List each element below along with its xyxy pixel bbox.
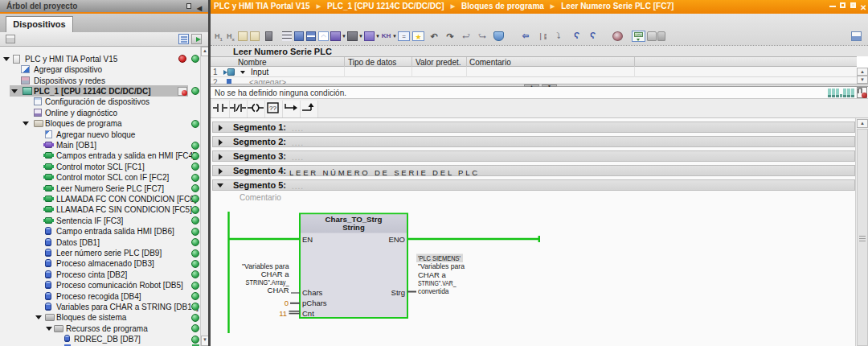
svg-text:11: 11 bbox=[279, 309, 287, 318]
svg-text:EN: EN bbox=[302, 235, 313, 244]
svg-text:Cnt: Cnt bbox=[302, 309, 314, 318]
svg-text:pChars: pChars bbox=[302, 299, 327, 307]
svg-text:Strg: Strg bbox=[391, 288, 405, 297]
svg-text:convertida: convertida bbox=[418, 286, 449, 295]
svg-text:CHAR: CHAR bbox=[268, 286, 289, 295]
svg-text:Chars: Chars bbox=[302, 288, 323, 297]
svg-text:0: 0 bbox=[285, 299, 289, 307]
svg-text:ENO: ENO bbox=[388, 235, 405, 244]
svg-text:String: String bbox=[342, 223, 365, 232]
